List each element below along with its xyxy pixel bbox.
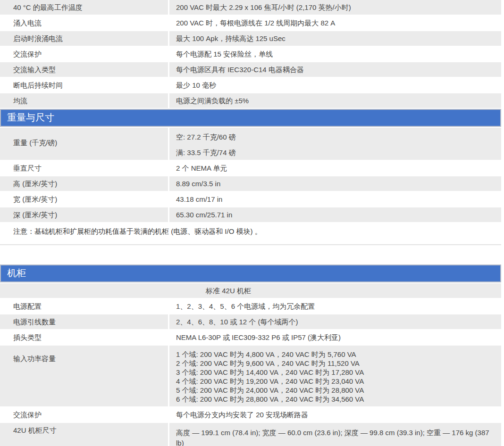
- spec-label: 深 (厘米/英寸): [0, 207, 168, 222]
- spec-value-line: 200 VAC 时，每根电源线在 1/2 线周期内最大 82 A: [176, 19, 495, 27]
- spec-row: 交流保护每个电源配 15 安保险丝，单线: [0, 47, 501, 61]
- spec-row: 启动时浪涌电流最大 100 Apk，持续高达 125 uSec: [0, 31, 501, 46]
- subheader-row: 标准 42U 机柜: [0, 283, 501, 298]
- spec-label: 高 (厘米/英寸): [0, 176, 168, 191]
- spec-value-line: 43.18 cm/17 in: [176, 196, 495, 203]
- spec-value: 2、4、6、8、10 或 12 个 (每个域两个): [169, 314, 501, 329]
- spec-value-line: 电源之间满负载的 ±5%: [176, 97, 495, 105]
- spec-label: 启动时浪涌电流: [0, 31, 168, 46]
- spec-row: 断电后持续时间最少 10 毫秒: [0, 78, 501, 92]
- spec-label: 断电后持续时间: [0, 78, 168, 92]
- spec-value: 1、2、3、4、5、6 个电源域，均为冗余配置: [169, 299, 501, 314]
- spec-value-line: 高度 — 199.1 cm (78.4 in); 宽度 — 60.0 cm (2…: [176, 428, 495, 446]
- spec-value: 每个电源区具有 IEC320-C14 电器耦合器: [169, 62, 501, 77]
- spec-value: 2 个 NEMA 单元: [169, 161, 501, 175]
- spec-row: 交流保护每个电源分支内均安装了 20 安现场断路器: [0, 407, 501, 422]
- spec-value-line: 4 个域: 200 VAC 时为 19,200 VA，240 VAC 时为 23…: [176, 377, 495, 386]
- spec-value-line: 8.89 cm/3.5 in: [176, 180, 495, 188]
- spec-label: 交流输入类型: [0, 62, 168, 77]
- spec-label: 电源引线数量: [0, 314, 168, 329]
- spec-value-line: 最大 100 Apk，持续高达 125 uSec: [176, 35, 495, 42]
- spec-row: 42U 机柜尺寸高度 — 199.1 cm (78.4 in); 宽度 — 60…: [0, 423, 501, 446]
- spec-value: 最大 100 Apk，持续高达 125 uSec: [169, 31, 501, 46]
- spec-value-line: 每个电源区具有 IEC320-C14 电器耦合器: [176, 66, 495, 74]
- spec-row: 交流输入类型每个电源区具有 IEC320-C14 电器耦合器: [0, 62, 501, 77]
- section-header: 机柜: [0, 264, 501, 282]
- note-row: 注意：基础机柜和扩展柜的功耗值基于装满的机柜 (电源、驱动器和 I/O 模块) …: [0, 223, 501, 245]
- spec-value-line: 200 VAC 时最大 2.29 x 106 焦耳/小时 (2,170 英热/小…: [176, 4, 495, 11]
- spec-value: 电源之间满负载的 ±5%: [169, 93, 501, 108]
- spec-row: 插头类型NEMA L6-30P 或 IEC309-332 P6 或 IP57 (…: [0, 330, 501, 345]
- table-gap: [0, 245, 504, 264]
- spec-value: NEMA L6-30P 或 IEC309-332 P6 或 IP57 (澳大利亚…: [169, 330, 501, 345]
- spec-value-line: 空: 27.2 千克/60 磅: [176, 133, 495, 141]
- spec-value-line: 65.30 cm/25.71 in: [176, 211, 495, 219]
- spec-value-line: 3 个域: 200 VAC 时为 14,400 VA，240 VAC 时为 17…: [176, 368, 495, 377]
- spec-row: 均流电源之间满负载的 ±5%: [0, 93, 501, 108]
- spec-value-line: 5 个域: 200 VAC 时为 24,000 VA，240 VAC 时为 28…: [176, 386, 495, 395]
- cabinet-table: 机柜标准 42U 机柜电源配置1、2、3、4、5、6 个电源域，均为冗余配置电源…: [0, 264, 501, 446]
- spec-label: 重量 (千克/磅): [0, 128, 168, 160]
- spec-label: 宽 (厘米/英寸): [0, 192, 168, 206]
- spec-label: 均流: [0, 93, 168, 108]
- spec-value: 200 VAC 时最大 2.29 x 106 焦耳/小时 (2,170 英热/小…: [169, 0, 501, 15]
- spec-value: 1 个域: 200 VAC 时为 4,800 VA，240 VAC 时为 5,7…: [169, 346, 501, 406]
- spec-row: 宽 (厘米/英寸)43.18 cm/17 in: [0, 192, 501, 206]
- spec-value-line: 最少 10 毫秒: [176, 82, 495, 89]
- spec-value-line: 2 个域: 200 VAC 时为 9,600 VA，240 VAC 时为 11,…: [176, 359, 495, 368]
- spec-row: 深 (厘米/英寸)65.30 cm/25.71 in: [0, 207, 501, 222]
- spec-row: 涌入电流200 VAC 时，每根电源线在 1/2 线周期内最大 82 A: [0, 16, 501, 30]
- section-header: 重量与尺寸: [0, 109, 501, 127]
- spec-label: 交流保护: [0, 407, 168, 422]
- spec-label: 输入功率容量: [0, 346, 168, 406]
- spec-row: 输入功率容量1 个域: 200 VAC 时为 4,800 VA，240 VAC …: [0, 346, 501, 406]
- spec-label: 垂直尺寸: [0, 161, 168, 175]
- spec-value: 200 VAC 时，每根电源线在 1/2 线周期内最大 82 A: [169, 16, 501, 30]
- power-and-dimensions-table: 40 °C 的最高工作温度200 VAC 时最大 2.29 x 106 焦耳/小…: [0, 0, 501, 245]
- spec-row: 40 °C 的最高工作温度200 VAC 时最大 2.29 x 106 焦耳/小…: [0, 0, 501, 15]
- spec-value: 65.30 cm/25.71 in: [169, 207, 501, 222]
- spec-label: 42U 机柜尺寸: [0, 423, 168, 446]
- spec-value-line: 1、2、3、4、5、6 个电源域，均为冗余配置: [176, 303, 495, 310]
- spec-value: 高度 — 199.1 cm (78.4 in); 宽度 — 60.0 cm (2…: [169, 423, 501, 446]
- spec-row: 电源引线数量2、4、6、8、10 或 12 个 (每个域两个): [0, 314, 501, 329]
- spec-row: 垂直尺寸2 个 NEMA 单元: [0, 161, 501, 175]
- spec-label: 插头类型: [0, 330, 168, 345]
- spec-value: 8.89 cm/3.5 in: [169, 176, 501, 191]
- spec-value-line: 2、4、6、8、10 或 12 个 (每个域两个): [176, 318, 495, 326]
- spec-value: 每个电源配 15 安保险丝，单线: [169, 47, 501, 61]
- spec-label: 40 °C 的最高工作温度: [0, 0, 168, 15]
- spec-row: 高 (厘米/英寸)8.89 cm/3.5 in: [0, 176, 501, 191]
- spec-document: 40 °C 的最高工作温度200 VAC 时最大 2.29 x 106 焦耳/小…: [0, 0, 504, 446]
- spec-label: 交流保护: [0, 47, 168, 61]
- spec-label: 电源配置: [0, 299, 168, 314]
- spec-row: 重量 (千克/磅)空: 27.2 千克/60 磅满: 33.5 千克/74 磅: [0, 128, 501, 160]
- spec-value-line: 6 个域: 200 VAC 时为 28,800 VA，240 VAC 时为 34…: [176, 395, 495, 404]
- spec-value-line: 满: 33.5 千克/74 磅: [176, 149, 495, 157]
- spec-label: 涌入电流: [0, 16, 168, 30]
- spec-value-line: 每个电源分支内均安装了 20 安现场断路器: [176, 411, 495, 419]
- spec-value-line: 每个电源配 15 安保险丝，单线: [176, 50, 495, 58]
- spec-value-line: 1 个域: 200 VAC 时为 4,800 VA，240 VAC 时为 5,7…: [176, 350, 495, 359]
- spec-value-line: NEMA L6-30P 或 IEC309-332 P6 或 IP57 (澳大利亚…: [176, 334, 495, 341]
- spec-value: 空: 27.2 千克/60 磅满: 33.5 千克/74 磅: [169, 128, 501, 160]
- spec-value: 每个电源分支内均安装了 20 安现场断路器: [169, 407, 501, 422]
- spec-value: 最少 10 毫秒: [169, 78, 501, 92]
- spec-value: 43.18 cm/17 in: [169, 192, 501, 206]
- spec-value-line: 2 个 NEMA 单元: [176, 165, 495, 172]
- spec-row: 电源配置1、2、3、4、5、6 个电源域，均为冗余配置: [0, 299, 501, 314]
